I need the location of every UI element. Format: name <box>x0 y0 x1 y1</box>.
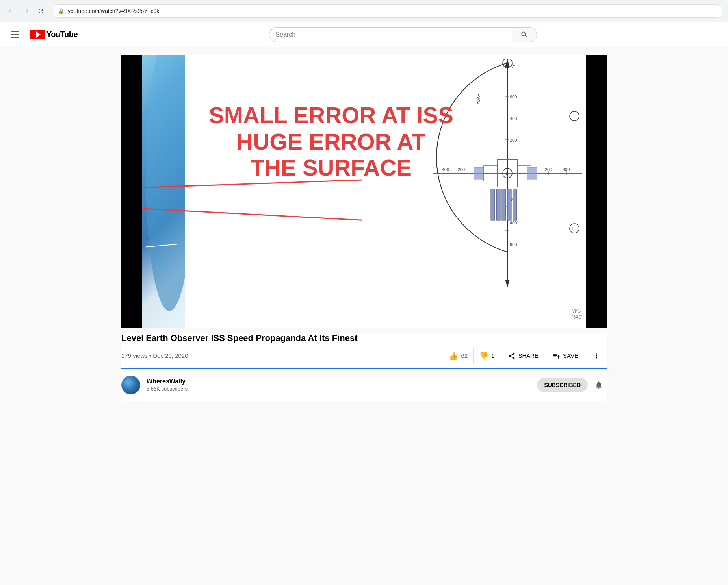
video-title: Level Earth Observer ISS Speed Propagand… <box>121 333 607 344</box>
iss-diagram: + YBAR (FT) 600 400 200 200 400 <box>433 59 582 287</box>
svg-text:600: 600 <box>510 242 517 247</box>
youtube-header: YouTube <box>0 22 728 47</box>
channel-name[interactable]: WheresWally <box>147 378 188 385</box>
like-dislike-section: 👍 62 👎 1 <box>443 348 500 364</box>
channel-left: WheresWally 5.66K subscribers <box>121 376 188 394</box>
youtube-logo[interactable]: YouTube <box>30 30 78 39</box>
channel-avatar[interactable] <box>121 376 140 394</box>
svg-rect-30 <box>527 167 537 179</box>
main-content: SMALL ERROR AT ISS HUGE ERROR AT THE SUR… <box>112 47 616 409</box>
video-info: Level Earth Observer ISS Speed Propagand… <box>121 333 607 401</box>
channel-globe-icon <box>122 376 139 394</box>
channel-subscribers: 5.66K subscribers <box>147 386 188 392</box>
svg-text:-200: -200 <box>456 167 465 172</box>
youtube-logo-text: YouTube <box>46 30 78 39</box>
svg-text:600: 600 <box>510 94 517 99</box>
video-meta-row: 179 views • Dec 20, 2020 👍 62 👎 1 <box>121 348 607 369</box>
search-button[interactable] <box>512 27 537 42</box>
subscribe-button[interactable]: SUBSCRIBED <box>537 378 588 392</box>
share-button[interactable]: SHARE <box>501 349 545 363</box>
search-container <box>269 27 537 42</box>
error-line-2: HUGE ERROR AT <box>209 129 453 155</box>
svg-text:1: 1 <box>505 171 508 176</box>
bell-icon <box>594 381 603 389</box>
nav-buttons <box>5 5 47 17</box>
svg-point-38 <box>570 111 579 121</box>
youtube-logo-icon <box>30 30 45 39</box>
error-text-container: SMALL ERROR AT ISS HUGE ERROR AT THE SUR… <box>209 102 453 181</box>
video-content: SMALL ERROR AT ISS HUGE ERROR AT THE SUR… <box>142 55 586 328</box>
channel-info: WheresWally 5.66K subscribers <box>147 378 188 392</box>
search-input[interactable] <box>269 27 512 42</box>
hamburger-line <box>11 31 19 32</box>
share-label: SHARE <box>518 352 539 359</box>
svg-rect-32 <box>496 189 500 220</box>
notification-bell-button[interactable] <box>591 377 607 393</box>
save-label: SAVE <box>563 352 578 359</box>
lock-icon: 🔒 <box>58 8 65 14</box>
hamburger-line <box>11 37 19 38</box>
svg-text:200: 200 <box>510 138 517 143</box>
video-container[interactable]: SMALL ERROR AT ISS HUGE ERROR AT THE SUR… <box>121 55 607 328</box>
more-options-icon <box>592 352 600 360</box>
svg-rect-31 <box>491 189 495 220</box>
svg-text:400: 400 <box>510 116 517 121</box>
share-icon <box>508 352 516 360</box>
main-white-area: SMALL ERROR AT ISS HUGE ERROR AT THE SUR… <box>185 55 586 328</box>
svg-text:5: 5 <box>572 226 575 231</box>
dislike-count: 1 <box>491 352 494 359</box>
channel-actions: SUBSCRIBED <box>537 377 607 393</box>
dislike-thumb-icon: 👎 <box>479 351 489 361</box>
browser-chrome: 🔒 youtube.com/watch?v=9XRs2oY_c0k <box>0 0 728 22</box>
svg-text:4: 4 <box>505 61 508 66</box>
svg-marker-4 <box>505 280 510 287</box>
hamburger-menu-button[interactable] <box>8 28 22 41</box>
svg-rect-29 <box>474 167 484 179</box>
dislike-button[interactable]: 👎 1 <box>473 348 500 364</box>
forward-button[interactable] <box>20 5 32 17</box>
svg-rect-35 <box>513 189 517 220</box>
svg-text:(FT): (FT) <box>511 63 519 68</box>
svg-text:400: 400 <box>563 167 570 172</box>
red-lines <box>142 55 362 328</box>
reload-button[interactable] <box>35 5 47 17</box>
svg-rect-34 <box>507 189 511 220</box>
svg-marker-0 <box>36 31 41 38</box>
black-bar-right <box>586 55 607 328</box>
svg-text:200: 200 <box>545 167 552 172</box>
channel-row: WheresWally 5.66K subscribers SUBSCRIBED <box>121 369 607 401</box>
like-thumb-icon: 👍 <box>449 351 459 361</box>
like-button[interactable]: 👍 62 <box>443 348 473 364</box>
video-player: SMALL ERROR AT ISS HUGE ERROR AT THE SUR… <box>121 55 607 328</box>
watermark: WOPAC <box>571 307 582 320</box>
red-line-lower <box>142 205 362 221</box>
back-button[interactable] <box>5 5 17 17</box>
svg-text:YBAR: YBAR <box>476 94 481 104</box>
svg-rect-33 <box>502 189 506 220</box>
error-line-3: THE SURFACE <box>209 155 453 181</box>
url-text: youtube.com/watch?v=9XRs2oY_c0k <box>68 8 159 14</box>
address-bar[interactable]: 🔒 youtube.com/watch?v=9XRs2oY_c0k <box>52 4 723 18</box>
save-button[interactable]: SAVE <box>546 349 585 363</box>
more-options-button[interactable] <box>586 349 607 363</box>
video-stats: 179 views • Dec 20, 2020 <box>121 352 188 359</box>
save-icon <box>553 352 561 360</box>
watermark-text: WOPAC <box>571 307 582 320</box>
hamburger-line <box>11 34 19 35</box>
action-buttons: 👍 62 👎 1 SHARE SAVE <box>443 348 607 364</box>
svg-text:400: 400 <box>510 220 517 225</box>
like-count: 62 <box>461 352 468 359</box>
black-bar-left <box>121 55 142 328</box>
error-line-1: SMALL ERROR AT ISS <box>209 102 453 129</box>
